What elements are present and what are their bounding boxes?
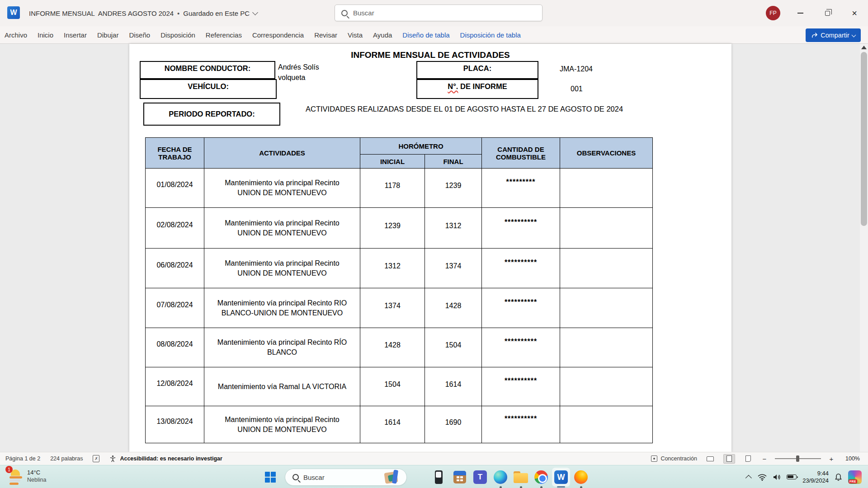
tab-insertar[interactable]: Insertar xyxy=(64,31,87,39)
cell-combustible[interactable]: ********** xyxy=(482,208,560,249)
cell-fecha[interactable]: 06/08/2024 xyxy=(146,249,204,288)
microsoft-store-icon[interactable] xyxy=(452,469,467,485)
header-inicial[interactable]: INICIAL xyxy=(360,155,425,169)
informe-label-box[interactable]: N°. DE INFORME xyxy=(416,79,538,99)
zoom-out-button[interactable]: − xyxy=(761,455,768,463)
hidden-icons-chevron[interactable] xyxy=(745,475,752,481)
tab-diseno[interactable]: Diseño xyxy=(129,31,150,39)
search-highlight-graphic[interactable] xyxy=(383,469,404,485)
accessibility-status[interactable]: Accesibilidad: es necesario investigar xyxy=(109,455,222,462)
cell-observaciones[interactable] xyxy=(560,406,653,443)
periodo-value[interactable]: ACTIVIDADES REALIZADAS DESDE EL 01 DE AG… xyxy=(306,104,652,114)
firefox-icon[interactable] xyxy=(573,469,589,485)
chevron-down-icon[interactable] xyxy=(252,9,258,15)
user-avatar[interactable]: FP xyxy=(766,6,780,20)
cell-actividad[interactable]: Mantenimiento vía principal Recinto UNIO… xyxy=(204,406,360,443)
cell-inicial[interactable]: 1374 xyxy=(360,288,425,328)
cell-final[interactable]: 1428 xyxy=(425,288,482,328)
report-title[interactable]: INFORME MENSUAL DE ACTIVIDADES xyxy=(129,50,731,60)
cell-fecha[interactable]: 01/08/2024 xyxy=(146,169,204,208)
fre-app-icon[interactable]: FRE xyxy=(848,470,862,484)
word-taskbar-icon[interactable]: W xyxy=(553,469,569,485)
cell-observaciones[interactable] xyxy=(560,208,653,249)
vehiculo-label-box[interactable]: VEHÍCULO: xyxy=(140,79,277,99)
cell-inicial[interactable]: 1239 xyxy=(360,208,425,249)
cell-observaciones[interactable] xyxy=(560,249,653,288)
tab-dibujar[interactable]: Dibujar xyxy=(97,31,119,39)
cell-observaciones[interactable] xyxy=(560,169,653,208)
cell-final[interactable]: 1614 xyxy=(425,367,482,406)
cell-actividad[interactable]: Mantenimiento vía principal Recinto UNIO… xyxy=(204,208,360,249)
header-horometro[interactable]: HORÓMETRO xyxy=(360,138,482,155)
read-mode-button[interactable] xyxy=(704,454,716,464)
cell-combustible[interactable]: ********* xyxy=(482,169,560,208)
vertical-scrollbar[interactable] xyxy=(860,44,868,452)
web-layout-button[interactable] xyxy=(742,454,754,464)
header-fecha[interactable]: FECHA DE TRABAJO xyxy=(146,138,204,169)
taskbar-search[interactable]: Buscar xyxy=(285,469,407,486)
wifi-icon[interactable] xyxy=(758,474,767,481)
restore-button[interactable] xyxy=(816,0,838,26)
phone-link-icon[interactable] xyxy=(431,469,446,485)
cell-combustible[interactable]: ********** xyxy=(482,328,560,367)
cell-actividad[interactable]: Mantenimiento vía Ramal LA VICTORIA xyxy=(204,367,360,406)
word-app-icon[interactable]: W xyxy=(7,6,20,19)
cell-final[interactable]: 1312 xyxy=(425,208,482,249)
cell-inicial[interactable]: 1428 xyxy=(360,328,425,367)
cell-observaciones[interactable] xyxy=(560,328,653,367)
focus-mode-button[interactable]: Concentración xyxy=(651,455,697,462)
conductor-vehiculo-values[interactable]: Andrés Solís volqueta xyxy=(278,62,319,83)
tab-archivo[interactable]: Archivo xyxy=(5,31,27,39)
clock-widget[interactable]: 9:44 23/9/2024 xyxy=(802,470,829,484)
cell-observaciones[interactable] xyxy=(560,288,653,328)
tab-diseno-de-tabla[interactable]: Diseño de tabla xyxy=(402,31,449,39)
cell-fecha[interactable]: 12/08/2024 xyxy=(146,367,204,406)
cell-final[interactable]: 1374 xyxy=(425,249,482,288)
edge-icon[interactable] xyxy=(493,469,508,485)
zoom-level[interactable]: 100% xyxy=(842,455,860,462)
minimize-button[interactable] xyxy=(789,0,811,26)
tab-ayuda[interactable]: Ayuda xyxy=(373,31,392,39)
weather-widget[interactable]: 1 14°C Neblina xyxy=(8,468,46,484)
scroll-up-arrow-icon[interactable] xyxy=(861,46,867,49)
print-layout-button[interactable] xyxy=(723,454,735,464)
tab-referencias[interactable]: Referencias xyxy=(206,31,242,39)
periodo-label-box[interactable]: PERIODO REPORTADO: xyxy=(143,103,280,126)
cell-inicial[interactable]: 1504 xyxy=(360,367,425,406)
header-cantidad[interactable]: CANTIDAD DE COMBUSTIBLE xyxy=(482,138,560,169)
proofing-errors-icon[interactable]: ✗ xyxy=(93,455,99,462)
cell-fecha[interactable]: 13/08/2024 xyxy=(146,406,204,443)
document-page[interactable]: INFORME MENSUAL DE ACTIVIDADES NOMBRE CO… xyxy=(129,44,731,452)
cell-observaciones[interactable] xyxy=(560,367,653,406)
teams-icon[interactable]: T xyxy=(472,469,488,485)
zoom-slider-thumb[interactable] xyxy=(796,455,799,462)
tab-vista[interactable]: Vista xyxy=(348,31,363,39)
tab-inicio[interactable]: Inicio xyxy=(38,31,53,39)
cell-combustible[interactable]: ********** xyxy=(482,367,560,406)
placa-label-box[interactable]: PLACA: xyxy=(416,61,538,79)
cell-actividad[interactable]: Mantenimiento vía principal Recinto RÍO … xyxy=(204,328,360,367)
tab-disposicion[interactable]: Disposición xyxy=(160,31,195,39)
cell-combustible[interactable]: ********** xyxy=(482,288,560,328)
cell-combustible[interactable]: ********** xyxy=(482,406,560,443)
cell-combustible[interactable]: ********** xyxy=(482,249,560,288)
share-button[interactable]: Compartir xyxy=(806,28,861,42)
cell-final[interactable]: 1690 xyxy=(425,406,482,443)
cell-fecha[interactable]: 02/08/2024 xyxy=(146,208,204,249)
tab-disposicion-de-tabla[interactable]: Disposición de tabla xyxy=(460,31,521,39)
cell-final[interactable]: 1504 xyxy=(425,328,482,367)
word-count[interactable]: 224 palabras xyxy=(50,455,83,462)
tab-correspondencia[interactable]: Correspondencia xyxy=(252,31,304,39)
file-explorer-icon[interactable] xyxy=(513,469,528,485)
close-button[interactable]: × xyxy=(844,0,865,26)
header-final[interactable]: FINAL xyxy=(425,155,482,169)
conductor-label-box[interactable]: NOMBRE CONDUCTOR: xyxy=(140,61,275,79)
header-actividades[interactable]: ACTIVIDADES xyxy=(204,138,360,169)
cell-final[interactable]: 1239 xyxy=(425,169,482,208)
start-button[interactable] xyxy=(265,472,276,483)
cell-actividad[interactable]: Mantenimiento vía principal Recinto UNIO… xyxy=(204,169,360,208)
chrome-icon[interactable] xyxy=(533,469,549,485)
zoom-slider[interactable] xyxy=(775,458,821,459)
battery-icon[interactable] xyxy=(787,474,797,479)
informe-value[interactable]: 001 xyxy=(571,84,583,94)
